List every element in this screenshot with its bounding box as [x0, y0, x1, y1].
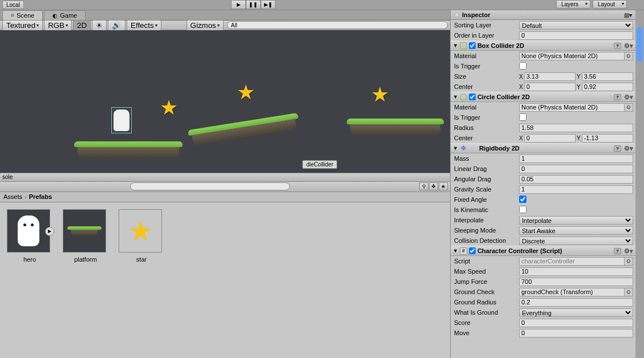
top-toolbar: Local ▶ ❚❚ ▶❚ Layers Layout	[0, 0, 644, 10]
assets-filter-icon[interactable]: ⚲	[419, 182, 428, 190]
maxspeed-field[interactable]	[519, 267, 633, 276]
circle-collider-component[interactable]: ▼Circle Collider 2D?⚙▾	[451, 92, 635, 102]
diecollider-label[interactable]: dieCollider	[302, 160, 337, 169]
rb-angulardrag-field[interactable]	[519, 175, 633, 184]
rb-lineardrag-field[interactable]	[519, 165, 633, 173]
rb-fixedangle-checkbox[interactable]	[519, 196, 526, 203]
inspector-menu-icon[interactable]: ▤▾	[624, 12, 632, 18]
box-collider-enabled[interactable]	[469, 42, 476, 49]
circle-collider-enabled[interactable]	[469, 93, 476, 100]
inspector-icon	[454, 12, 460, 18]
gear-icon[interactable]: ⚙▾	[624, 145, 633, 152]
gear-icon[interactable]: ⚙▾	[624, 247, 633, 255]
assets-label-icon[interactable]: ❖	[429, 182, 438, 190]
scene-star[interactable]: ★	[371, 83, 389, 107]
scrollbar-thumb[interactable]	[637, 27, 643, 62]
assets-toolbar: ⚲ ❖ ★	[0, 182, 450, 192]
rb-sleepingmode-dropdown[interactable]: Start Awake	[519, 226, 633, 235]
script-field[interactable]	[519, 257, 625, 266]
foldout-icon[interactable]: ▼	[453, 248, 458, 254]
foldout-icon[interactable]: ▼	[453, 145, 458, 151]
foldout-icon[interactable]: ▼	[453, 43, 458, 48]
local-button[interactable]: Local	[2, 1, 24, 9]
rb-collisiondetection-dropdown[interactable]: Discrete	[519, 237, 633, 245]
cc-enabled-checkbox[interactable]	[469, 247, 476, 254]
rb-gravityscale-field[interactable]	[519, 185, 633, 194]
layout-dropdown[interactable]: Layout	[593, 0, 627, 9]
console-tab[interactable]: sole	[0, 173, 450, 182]
tab-scene[interactable]: ⌗Scene	[2, 10, 43, 20]
gear-icon[interactable]: ⚙▾	[624, 93, 633, 101]
bc-istrigger-checkbox[interactable]	[519, 62, 526, 70]
object-picker-icon[interactable]: ⊙	[625, 103, 633, 112]
step-button[interactable]: ▶❚	[261, 0, 276, 9]
play-button[interactable]: ▶	[231, 0, 246, 9]
whatisground-dropdown[interactable]: Everything	[519, 308, 633, 317]
2d-toggle[interactable]: 2D	[73, 20, 91, 31]
rgb-dropdown[interactable]: RGB ▾	[44, 20, 72, 31]
bc-material-field[interactable]	[519, 52, 625, 60]
jumpforce-field[interactable]	[519, 278, 633, 286]
game-icon: ◐	[52, 13, 58, 19]
cc-radius-field[interactable]	[519, 124, 633, 132]
scene-search-input[interactable]	[227, 21, 448, 29]
asset-platform[interactable]: platform	[63, 209, 108, 263]
scene-view[interactable]: ★ ★ ★ dieCollider	[0, 30, 450, 173]
cc-center-y[interactable]	[582, 134, 633, 143]
help-icon[interactable]: ?	[614, 248, 621, 254]
box-collider-component[interactable]: ▼Box Collider 2D?⚙▾	[451, 40, 635, 51]
vertical-scrollbar[interactable]	[635, 10, 644, 358]
groundcheck-field[interactable]	[519, 288, 625, 296]
shading-mode-dropdown[interactable]: Textured ▾	[2, 20, 43, 31]
scene-platform[interactable]	[347, 119, 444, 135]
bc-size-y[interactable]	[582, 72, 633, 81]
play-controls: ▶ ❚❚ ▶❚	[231, 0, 276, 9]
circle-collider-icon	[460, 93, 467, 101]
lighting-icon[interactable]: ☀	[92, 20, 107, 31]
rigidbody-component[interactable]: ▼❖Rigidbody 2D?⚙▾	[451, 143, 635, 153]
scene-platform[interactable]	[188, 113, 300, 146]
cc-center-x[interactable]	[524, 134, 576, 143]
order-in-layer-field[interactable]	[519, 31, 633, 40]
effects-dropdown[interactable]: Effects ▾	[127, 20, 161, 31]
gear-icon[interactable]: ⚙▾	[624, 42, 633, 50]
breadcrumb-assets[interactable]: Assets	[3, 193, 22, 200]
bc-size-x[interactable]	[524, 72, 576, 81]
scene-star[interactable]: ★	[160, 96, 178, 120]
rb-iskinematic-checkbox[interactable]	[519, 206, 526, 213]
object-picker-icon[interactable]: ⊙	[625, 52, 633, 60]
scene-platform[interactable]	[74, 141, 183, 157]
score-field[interactable]	[519, 319, 633, 327]
help-icon[interactable]: ?	[614, 43, 621, 49]
move-field[interactable]	[519, 329, 633, 337]
inspector-header[interactable]: Inspector ▤▾	[451, 10, 635, 20]
groundradius-field[interactable]	[519, 298, 633, 307]
help-icon[interactable]: ?	[614, 145, 621, 152]
pause-button[interactable]: ❚❚	[246, 0, 261, 9]
assets-star-icon[interactable]: ★	[439, 182, 448, 190]
asset-star[interactable]: ★ star	[119, 209, 164, 263]
audio-icon[interactable]: 🔊	[108, 20, 125, 31]
rigidbody-icon: ❖	[460, 145, 467, 152]
tab-game[interactable]: ◐Game	[44, 10, 86, 20]
object-picker-icon[interactable]: ⊙	[625, 257, 633, 266]
help-icon[interactable]: ?	[614, 94, 621, 100]
scene-icon: ⌗	[11, 12, 14, 19]
scene-star[interactable]: ★	[237, 80, 255, 104]
breadcrumb-prefabs[interactable]: Prefabs	[29, 193, 52, 200]
bc-center-x[interactable]	[524, 83, 576, 91]
cc-material-field[interactable]	[519, 103, 625, 112]
sorting-layer-dropdown[interactable]: Default	[519, 21, 633, 30]
asset-hero[interactable]: ▶ hero	[7, 209, 52, 263]
rb-interpolate-dropdown[interactable]: Interpolate	[519, 216, 633, 225]
character-controller-component[interactable]: ▼#Character Controller (Script)?⚙▾	[451, 246, 635, 256]
hero-sprite[interactable]	[113, 109, 130, 132]
foldout-icon[interactable]: ▼	[453, 94, 458, 100]
rb-mass-field[interactable]	[519, 154, 633, 163]
object-picker-icon[interactable]: ⊙	[625, 288, 633, 296]
layers-dropdown[interactable]: Layers	[556, 0, 590, 9]
bc-center-y[interactable]	[582, 83, 633, 91]
assets-search-input[interactable]	[130, 182, 290, 190]
gizmos-dropdown[interactable]: Gizmos ▾	[187, 20, 224, 31]
cc-istrigger-checkbox[interactable]	[519, 113, 526, 121]
